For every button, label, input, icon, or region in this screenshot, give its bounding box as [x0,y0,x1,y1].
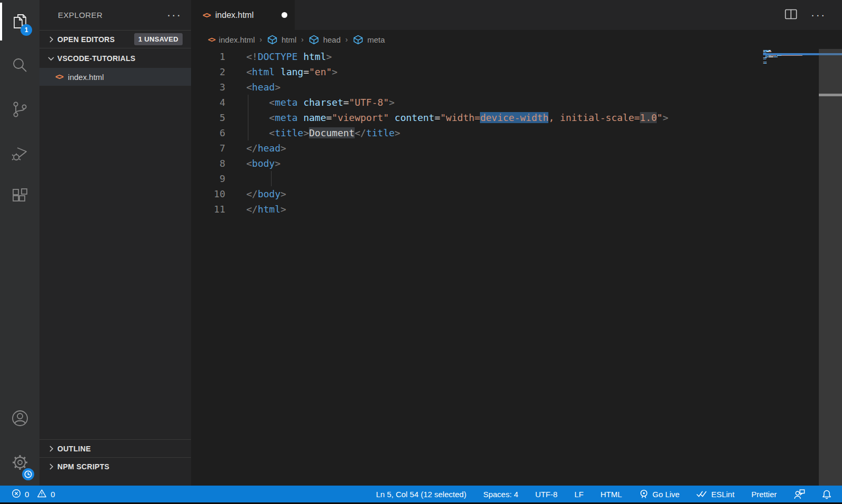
breadcrumb-separator: › [345,35,348,44]
status-item-go-live[interactable]: Go Live [639,489,680,499]
minimap-token [764,50,768,51]
code-token: > [275,158,280,169]
minimap[interactable] [763,50,819,64]
code-line-8[interactable]: 8<body> [191,156,842,171]
activity-item-source-control[interactable] [0,88,39,133]
code-lines: 1<!DOCTYPE html>2<html lang="en">3<head>… [191,49,842,217]
line-content: <!DOCTYPE html> [246,49,332,64]
status-item-indentation[interactable]: Spaces: 4 [483,490,518,499]
status-item-feedback[interactable] [794,489,805,499]
selected-text: device-width [480,112,548,123]
status-item-eol[interactable]: LF [574,490,584,499]
code-token: title [366,127,395,138]
code-token: "en" [309,66,332,77]
code-token: < [269,112,275,123]
unsaved-changes-dot[interactable] [282,12,287,18]
symbol-cube-icon [267,34,278,45]
status-item-language-mode[interactable]: HTML [600,490,622,499]
sidebar-more-actions-icon[interactable]: ··· [167,13,182,18]
activity-item-settings[interactable] [0,441,39,486]
tab-index-html[interactable]: <> index.html [191,0,295,30]
code-line-9[interactable]: 9 [191,171,842,186]
code-token: "width= [440,112,480,123]
status-item-cursor-position[interactable]: Ln 5, Col 54 (12 selected) [376,490,466,499]
code-token: < [246,66,252,77]
code-line-11[interactable]: 11</html> [191,201,842,217]
code-editor[interactable]: 1<!DOCTYPE html>2<html lang="en">3<head>… [191,49,842,486]
code-token: <! [246,51,258,62]
line-content: <body> [246,156,280,171]
minimap-line [763,57,819,58]
code-line-2[interactable]: 2<html lang="en"> [191,64,842,79]
code-token: = [326,112,332,123]
breadcrumb-item-head[interactable]: head [308,34,340,45]
npm-scripts-section[interactable]: NPM SCRIPTS [39,457,191,475]
chevron-right-icon [45,36,57,43]
status-bar: 0 0 Ln 5, Col 54 (12 selected)Spaces: 4U… [0,486,842,502]
unsaved-count-badge: 1 UNSAVED [134,33,183,45]
breadcrumb-label: html [282,35,296,44]
line-number: 3 [191,79,225,95]
status-item-notifications[interactable] [822,489,831,499]
status-item-eslint[interactable]: ESLint [696,490,734,499]
minimap-line [763,50,819,51]
npm-scripts-label: NPM SCRIPTS [57,462,109,471]
html-file-icon: <> [203,11,210,20]
activity-item-search[interactable] [0,44,39,88]
active-view-indicator [0,3,2,41]
code-token: > [275,82,280,93]
code-line-5[interactable]: 5 <meta name="viewport" content="width=d… [191,110,842,125]
split-editor-icon[interactable] [785,9,797,22]
status-item-label: LF [574,490,584,499]
code-line-4[interactable]: 4 <meta charset="UTF-8"> [191,95,842,110]
breadcrumb: <>index.html›html›head›meta [191,30,842,49]
minimap-token [766,62,767,63]
status-item-prettier[interactable]: Prettier [751,490,777,499]
status-item-label: Go Live [653,490,680,499]
line-content: <meta name="viewport" content="width=dev… [246,110,668,125]
code-token: > [280,143,286,154]
code-token: </ [355,127,366,138]
status-item-encoding[interactable]: UTF-8 [535,490,558,499]
code-line-10[interactable]: 10</body> [191,186,842,201]
editor-scrollbar[interactable] [819,49,842,486]
code-line-7[interactable]: 7</head> [191,140,842,156]
open-editors-section[interactable]: OPEN EDITORS 1 UNSAVED [39,30,191,48]
line-number: 7 [191,140,225,156]
code-token [275,66,280,77]
file-tree-item-index-html[interactable]: <> index.html [39,68,191,86]
problems-indicator[interactable]: 0 0 [0,489,55,500]
code-line-6[interactable]: 6 <title>Document</title> [191,125,842,140]
code-token: = [303,66,309,77]
code-token [298,51,304,62]
code-token: > [663,112,668,123]
code-line-1[interactable]: 1<!DOCTYPE html> [191,49,842,64]
activity-item-extensions[interactable] [0,177,39,221]
activity-item-run-debug[interactable] [0,133,39,177]
line-number: 11 [191,201,225,217]
symbol-cube-icon [353,34,364,45]
breadcrumb-item-meta[interactable]: meta [353,34,385,45]
activity-item-account[interactable] [0,397,39,441]
outline-section[interactable]: OUTLINE [39,439,191,457]
bell-icon [822,489,831,499]
highlighted-word: 1.0 [640,112,657,123]
activity-item-explorer[interactable]: 1 [0,0,39,44]
code-token: charset [303,97,343,108]
minimap-line [763,62,819,63]
code-token: content [395,112,435,123]
code-token: < [269,97,275,108]
error-count: 0 [25,490,29,499]
code-token: lang [280,66,303,77]
breadcrumb-item-html[interactable]: html [267,34,296,45]
warning-icon [37,489,47,500]
code-line-3[interactable]: 3<head> [191,79,842,95]
code-token: title [275,127,303,138]
workspace-folder-row[interactable]: VSCODE-TUTORIALS [39,48,191,68]
code-token: meta [275,112,297,123]
code-token: > [280,204,286,215]
breadcrumb-item-index-html[interactable]: <>index.html [208,35,255,44]
editor-more-actions-icon[interactable]: ··· [811,9,826,21]
code-token: " [657,112,663,123]
status-item-label: ESLint [711,490,734,499]
